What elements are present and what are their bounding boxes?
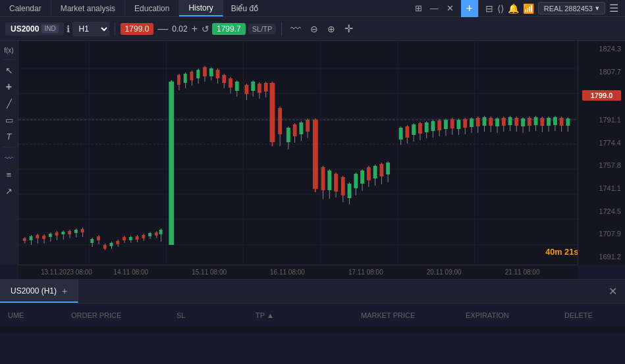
cursor-tool[interactable]: ↖ — [2, 63, 16, 78]
price-sell-badge: 1799.0 — [121, 23, 154, 35]
price-label-9: 1691.2 — [581, 253, 622, 261]
chart-tab[interactable]: US2000 (H1) + — [0, 280, 78, 303]
zoom-in-button[interactable]: ⊕ — [324, 22, 339, 36]
increment-button[interactable]: + — [190, 22, 199, 36]
price-label-8: 1707.9 — [581, 230, 622, 238]
crosshair-button[interactable]: ✛ — [341, 20, 356, 37]
col-ume[interactable]: UME — [0, 311, 66, 319]
svg-rect-128 — [405, 126, 409, 138]
wave-indicator-tool[interactable]: 〰 — [2, 151, 16, 165]
svg-rect-62 — [177, 75, 180, 85]
svg-rect-142 — [450, 119, 454, 128]
price-buy-badge: 1799.7 — [212, 23, 246, 35]
add-tool[interactable]: + — [2, 80, 16, 94]
svg-rect-72 — [209, 68, 213, 76]
svg-rect-98 — [299, 122, 303, 134]
col-delete[interactable]: DELETE — [559, 311, 625, 319]
svg-rect-102 — [313, 120, 318, 189]
price-label-4: 1774.4 — [581, 139, 622, 147]
wifi-icon[interactable]: 📶 — [523, 3, 534, 14]
svg-rect-134 — [425, 122, 429, 132]
line-tool[interactable]: ╱ — [2, 96, 16, 111]
svg-rect-116 — [360, 170, 364, 184]
svg-rect-56 — [155, 232, 158, 236]
menu-icon[interactable]: ☰ — [609, 2, 618, 14]
layout-icon[interactable]: ⊟ — [485, 3, 493, 14]
text-tool[interactable]: T — [2, 129, 16, 143]
svg-rect-80 — [235, 82, 239, 91]
timeframe-select[interactable]: H1 M1 M5 M15 H4 D1 — [72, 22, 109, 36]
close-icon[interactable]: ✕ — [443, 2, 457, 14]
nav-item-education[interactable]: Education — [125, 0, 179, 16]
svg-rect-120 — [373, 166, 377, 178]
svg-rect-20 — [36, 235, 39, 238]
svg-rect-112 — [348, 184, 352, 198]
svg-rect-174 — [553, 117, 557, 125]
col-order-price[interactable]: ORDER PRICE — [66, 311, 171, 319]
svg-rect-110 — [341, 177, 345, 195]
svg-rect-24 — [49, 234, 52, 237]
fx-button[interactable]: f(x) — [2, 45, 15, 56]
svg-text:40m 21s: 40m 21s — [545, 247, 578, 257]
svg-rect-88 — [264, 83, 268, 91]
minimize-icon[interactable]: — — [427, 2, 442, 14]
svg-rect-104 — [321, 167, 325, 190]
time-axis: 13.11.2023 08:00 14.11 08:00 15.11 08:00… — [18, 265, 578, 279]
nav-item-calendar[interactable]: Calendar — [0, 0, 51, 16]
svg-rect-108 — [334, 174, 338, 192]
svg-rect-162 — [514, 118, 518, 126]
svg-rect-18 — [30, 236, 33, 240]
rect-tool[interactable]: ▭ — [2, 113, 16, 127]
wave-tool-button[interactable]: 〰 — [287, 21, 304, 37]
chart-tab-label: US2000 (H1) — [11, 286, 57, 296]
svg-rect-54 — [148, 233, 151, 236]
price-label-7: 1724.5 — [581, 207, 622, 215]
svg-rect-140 — [444, 120, 448, 129]
info-icon[interactable]: ℹ — [67, 24, 70, 34]
svg-rect-168 — [534, 117, 538, 125]
close-panel-button[interactable]: ✕ — [601, 285, 625, 298]
add-chart-button[interactable]: + — [461, 0, 478, 17]
layers-tool[interactable]: ≡ — [2, 167, 16, 182]
svg-rect-64 — [184, 74, 187, 83]
svg-rect-130 — [412, 124, 416, 135]
svg-rect-30 — [68, 231, 71, 234]
price-label-1: 1824.3 — [581, 45, 622, 53]
svg-rect-90 — [270, 83, 275, 142]
expand-icon[interactable]: ⊞ — [412, 2, 425, 14]
chart-canvas[interactable]: 40m 21s — [18, 41, 578, 265]
share-tool[interactable]: ↗ — [2, 184, 16, 198]
zoom-out-button[interactable]: ⊖ — [307, 22, 321, 36]
orders-empty-area — [0, 326, 625, 333]
svg-rect-152 — [483, 117, 487, 126]
notification-icon[interactable]: 🔔 — [508, 3, 519, 14]
time-label-2: 15.11 08:00 — [192, 269, 227, 276]
sltp-badge[interactable]: SL/TP — [248, 24, 277, 34]
col-tp[interactable]: TP ▲ — [250, 311, 356, 319]
svg-rect-70 — [203, 67, 207, 76]
add-panel-button[interactable]: + — [62, 286, 67, 296]
time-label-6: 21.11 08:00 — [505, 269, 540, 276]
svg-rect-106 — [327, 170, 331, 190]
svg-rect-22 — [42, 236, 45, 239]
col-expiration[interactable]: EXPIRATION — [460, 311, 559, 319]
svg-rect-94 — [286, 128, 290, 142]
col-market-price[interactable]: MARKET PRICE — [356, 311, 460, 319]
svg-rect-136 — [431, 121, 435, 131]
refresh-icon[interactable]: ↺ — [202, 24, 209, 34]
account-badge[interactable]: REAL 2882453 ▾ — [538, 2, 605, 14]
indicator-icon[interactable]: ⟨⟩ — [497, 3, 504, 14]
nav-item-market-analysis[interactable]: Market analysis — [51, 0, 125, 16]
col-sl[interactable]: SL — [171, 311, 250, 319]
svg-rect-132 — [418, 123, 422, 134]
chevron-down-icon: ▾ — [595, 4, 599, 13]
svg-rect-82 — [245, 85, 249, 94]
svg-rect-26 — [55, 232, 59, 236]
svg-rect-148 — [470, 118, 474, 127]
nav-item-history[interactable]: History — [179, 0, 223, 16]
svg-rect-96 — [293, 124, 297, 136]
decrement-button[interactable]: — — [156, 22, 169, 36]
svg-rect-154 — [489, 118, 493, 126]
svg-rect-164 — [521, 118, 525, 126]
symbol-display[interactable]: US2000 IND — [5, 22, 64, 36]
